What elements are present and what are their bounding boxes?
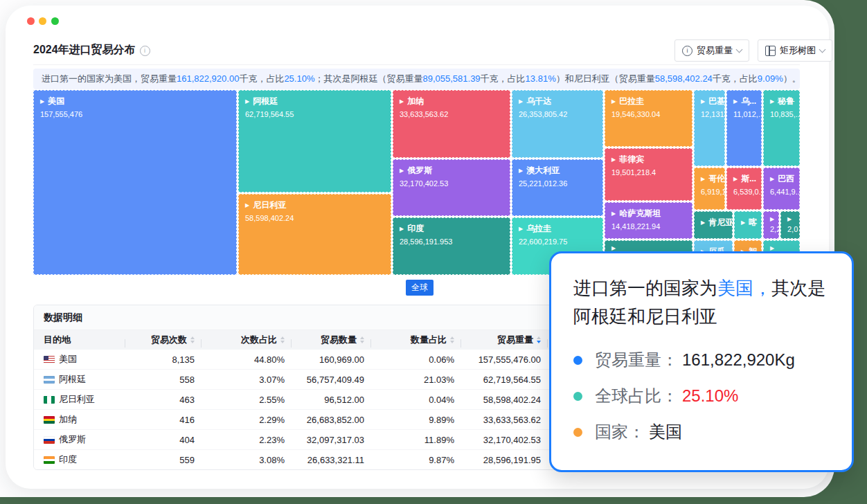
treemap-cell-阿根廷[interactable]: ▶阿根廷62,719,564.55 — [238, 90, 391, 192]
sort-icon[interactable] — [360, 336, 364, 343]
sort-icon[interactable] — [450, 336, 454, 343]
treemap-cell-name: 肯尼亚 — [708, 217, 733, 228]
drilldown-arrow-icon: ▶ — [733, 177, 738, 182]
treemap-cell-value: 32,170,402.53 — [400, 179, 503, 188]
table-cell: 32,097,317.03 — [292, 435, 371, 445]
treemap-cell-name: 斯... — [741, 173, 756, 185]
column-header-贸易重量[interactable]: 贸易重量 — [461, 334, 548, 346]
column-header-贸易次数[interactable]: 贸易次数 — [125, 334, 202, 346]
info-icon[interactable] — [140, 46, 150, 56]
window-close-button[interactable] — [27, 17, 35, 25]
table-cell: 0.06% — [371, 354, 461, 365]
bullet-dot-icon — [573, 356, 582, 365]
tooltip-item: 贸易重量：161,822,920Kg — [573, 349, 830, 371]
drilldown-arrow-icon: ▶ — [787, 217, 792, 222]
treemap-cell-印度[interactable]: ▶印度28,596,191.953 — [393, 217, 510, 275]
drilldown-arrow-icon: ▶ — [519, 226, 523, 232]
treemap-cell-巴西[interactable]: ▶巴西6,441,9... — [763, 168, 800, 210]
treemap-cell-name: 喀 — [749, 217, 757, 228]
treemap-cell-俄罗斯[interactable]: ▶俄罗斯32,170,402.53 — [393, 159, 510, 216]
treemap-cell-label: ▶ — [770, 246, 793, 251]
table-cell: 160,969.00 — [292, 354, 371, 365]
table-cell: 44.80% — [202, 354, 292, 365]
tooltip-item-value: 美国 — [649, 421, 682, 443]
chart-type-select-button[interactable]: 矩形树图 — [758, 39, 832, 62]
column-header-数量占比[interactable]: 数量占比 — [371, 334, 461, 346]
flag-icon-gh — [44, 416, 55, 424]
treemap-cell[interactable]: ▶2,2 — [763, 211, 779, 239]
treemap-cell-巴基...[interactable]: ▶巴基...12,131,5... — [694, 90, 725, 166]
chart-type-select-label: 矩形树图 — [780, 44, 816, 57]
tooltip-item-value: 25.10% — [682, 386, 738, 406]
drilldown-arrow-icon: ▶ — [400, 99, 404, 105]
treemap-cell-澳大利亚[interactable]: ▶澳大利亚25,221,012.36 — [512, 159, 603, 216]
table-cell: 558 — [125, 375, 202, 385]
destination-name: 加纳 — [59, 413, 77, 426]
treemap-cell-斯...[interactable]: ▶斯...6,539,0... — [726, 168, 762, 210]
treemap-breadcrumb-global[interactable]: 全球 — [406, 280, 434, 296]
treemap-cell-name: 菲律宾 — [619, 154, 644, 165]
sort-down-caret — [360, 341, 364, 343]
treemap-cell-美国[interactable]: ▶美国157,555,476 — [33, 90, 237, 275]
treemap-cell-label: ▶ — [611, 246, 686, 251]
summary-value: 13.81% — [526, 73, 556, 84]
drilldown-arrow-icon: ▶ — [770, 99, 774, 105]
window-minimize-button[interactable] — [39, 17, 46, 25]
treemap-cell-name: 秘鲁 — [778, 96, 794, 107]
treemap-cell-哥伦...[interactable]: ▶哥伦...6,919,1... — [694, 168, 725, 210]
sort-down-caret — [537, 341, 541, 343]
page-title: 2024年进口贸易分布 — [33, 43, 150, 57]
treemap-cell-label: ▶美国 — [40, 96, 230, 107]
sort-up-caret — [537, 336, 541, 339]
sort-up-caret — [360, 336, 364, 339]
treemap-cell-巴拉圭[interactable]: ▶巴拉圭19,546,330.04 — [605, 90, 692, 147]
treemap-cell-value: 2,2 — [770, 225, 772, 233]
treemap-cell-加纳[interactable]: ▶加纳33,633,563.62 — [393, 90, 510, 158]
treemap-cell-秘鲁[interactable]: ▶秘鲁10,835,... — [763, 90, 800, 166]
treemap-cell-哈萨克斯坦[interactable]: ▶哈萨克斯坦14,418,221.94 — [605, 202, 692, 239]
treemap-cell-value: 25,221,012.36 — [519, 179, 596, 188]
treemap-cell-value: 11,012,... — [733, 110, 755, 118]
drilldown-arrow-icon: ▶ — [701, 99, 705, 105]
table-cell: 404 — [125, 435, 202, 445]
treemap-cell-喀[interactable]: ▶喀 — [734, 211, 762, 239]
window-zoom-button[interactable] — [51, 17, 59, 25]
treemap-cell-name: 尼日利亚 — [253, 199, 286, 211]
table-cell: 58,598,402.24 — [461, 395, 548, 405]
treemap-cell-value: 22,600,219.75 — [519, 237, 596, 246]
treemap-cell-label: ▶澳大利亚 — [519, 165, 596, 177]
drilldown-arrow-icon: ▶ — [770, 246, 774, 251]
column-header-贸易数量[interactable]: 贸易数量 — [292, 334, 371, 346]
table-cell: 26,633,321.11 — [292, 455, 371, 465]
treemap-cell-乌干达[interactable]: ▶乌干达26,353,805.42 — [512, 90, 603, 158]
sort-icon[interactable] — [190, 336, 195, 343]
treemap-cell-label: ▶秘鲁 — [770, 96, 793, 107]
treemap-cell-value: 58,598,402.24 — [245, 214, 384, 222]
tooltip-item-label: 国家： — [595, 421, 645, 443]
treemap-cell-name: 俄罗斯 — [407, 165, 432, 177]
treemap-cell-乌...[interactable]: ▶乌...11,012,... — [726, 90, 762, 166]
summary-value: 161,822,920.00 — [177, 73, 239, 84]
destination-name: 印度 — [59, 453, 77, 466]
treemap-cell-尼日利亚[interactable]: ▶尼日利亚58,598,402.24 — [238, 194, 391, 275]
column-header-label: 次数占比 — [241, 334, 277, 346]
treemap-cell-label: ▶肯尼亚 — [701, 217, 726, 228]
treemap-cell-菲律宾[interactable]: ▶菲律宾19,501,218.4 — [605, 148, 692, 201]
metric-select-button[interactable]: 贸易重量 — [674, 39, 749, 62]
treemap-cell-肯尼亚[interactable]: ▶肯尼亚 — [694, 211, 733, 239]
treemap-cell-label: ▶巴西 — [770, 173, 793, 185]
sort-icon[interactable] — [537, 336, 541, 343]
table-cell: 559 — [125, 455, 202, 465]
flag-icon-in — [44, 456, 55, 464]
drilldown-arrow-icon: ▶ — [611, 157, 616, 163]
column-header-次数占比[interactable]: 次数占比 — [202, 334, 292, 346]
table-cell: 0.04% — [371, 395, 461, 405]
treemap-cell-label: ▶印度 — [400, 223, 503, 235]
sort-icon[interactable] — [280, 336, 285, 343]
treemap-cell[interactable]: ▶2,0 — [780, 211, 800, 239]
treemap-cell-label: ▶哥伦... — [701, 173, 718, 185]
treemap-cell-label: ▶阿根廷 — [245, 96, 384, 107]
tooltip-item-label: 贸易重量： — [595, 349, 678, 371]
treemap-cell-value: 26,353,805.42 — [519, 110, 596, 118]
treemap-cell-value: 6,441,9... — [770, 188, 793, 196]
